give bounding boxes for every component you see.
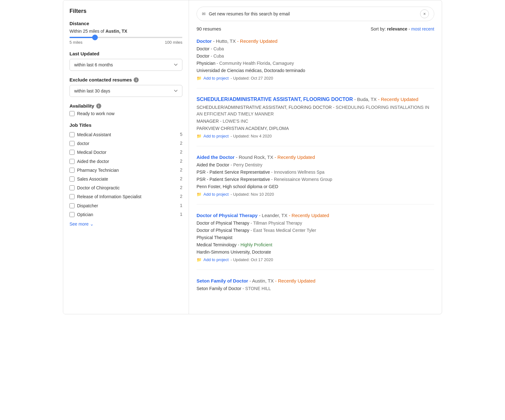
job-title-count: 2 xyxy=(180,176,182,181)
resume-detail-row: PSR - Patient Service Representative - I… xyxy=(197,169,434,176)
resume-title-link[interactable]: SCHEDULER/ADMINISTRATIVE ASSISTANT, FLOO… xyxy=(197,97,353,102)
job-titles-list: Medical Assistant 5 doctor 2 Medical Doc… xyxy=(69,130,182,219)
resume-detail-row: Universidad de Ciencias médicas, Doctora… xyxy=(197,67,434,74)
resume-company: - Community Health Florida, Camaguey xyxy=(217,61,294,66)
resume-role: Physical Therapist xyxy=(197,235,232,240)
add-to-project-link[interactable]: Add to project xyxy=(203,134,229,138)
email-banner: ✉ Get new resumes for this search by ema… xyxy=(197,7,434,21)
main-content: ✉ Get new resumes for this search by ema… xyxy=(189,0,442,314)
resume-role: PSR - Patient Service Representative xyxy=(197,177,270,182)
distance-text: Within 25 miles of Austin, TX xyxy=(69,29,182,34)
ready-to-work-checkbox-label[interactable]: Ready to work now xyxy=(69,111,182,116)
resume-role: Medical Terminology xyxy=(197,242,236,247)
job-title-item: Aided the doctor 2 xyxy=(69,157,182,166)
availability-label: Availability i xyxy=(69,103,182,109)
resume-detail-row: PARKVIEW CHRISTIAN ACADEMY, DIPLOMA xyxy=(197,125,434,132)
job-title-count: 1 xyxy=(180,203,182,208)
slider-labels: 5 miles 100 miles xyxy=(69,40,182,45)
job-title-item: Pharmacy Technician 2 xyxy=(69,166,182,175)
resume-role: Physician xyxy=(197,61,215,66)
last-updated-filter: Last Updated within last 6 months within… xyxy=(69,51,182,71)
add-to-project-link[interactable]: Add to project xyxy=(203,257,229,262)
resume-company: - Innovations Wellness Spa xyxy=(271,170,324,175)
add-to-project-line: 📁Add to project - Updated: Nov 10 2020 xyxy=(197,192,434,197)
slider-track xyxy=(69,37,182,38)
resume-role: Doctor of Physical Therapy xyxy=(197,221,249,226)
ready-to-work-checkbox[interactable] xyxy=(69,111,75,116)
resume-title-link[interactable]: Doctor of Physical Therapy xyxy=(197,213,258,218)
resume-card: Aided the Doctor - Round Rock, TX - Rece… xyxy=(197,154,434,204)
job-title-checkbox-7[interactable] xyxy=(69,194,75,199)
add-to-project-link[interactable]: Add to project xyxy=(203,76,229,81)
sort-most-recent-link[interactable]: most recent xyxy=(411,26,434,31)
distance-label: Distance xyxy=(69,21,182,26)
slider-max-label: 100 miles xyxy=(165,40,182,45)
sidebar: Filters Distance Within 25 miles of Aust… xyxy=(63,0,189,314)
add-to-project-line: 📁Add to project - Updated: Oct 27 2020 xyxy=(197,76,434,81)
resume-title-link[interactable]: Aided the Doctor xyxy=(197,154,235,160)
job-title-text: Medical Assistant xyxy=(77,132,177,137)
resume-title-line: Doctor - Hutto, TX - Recently Updated xyxy=(197,38,434,44)
resume-detail-row: Physical Therapist xyxy=(197,234,434,241)
job-title-count: 2 xyxy=(180,194,182,199)
updated-text: - Updated: Nov 10 2020 xyxy=(230,192,274,197)
job-title-checkbox-8[interactable] xyxy=(69,203,75,208)
see-more-link[interactable]: See more ⌄ xyxy=(69,221,182,227)
job-title-text: Doctor of Chiropractic xyxy=(77,185,177,191)
add-to-project-line: 📁Add to project - Updated: Oct 17 2020 xyxy=(197,257,434,262)
exclude-contacted-label: Exclude contacted resumes i xyxy=(69,77,182,82)
job-title-checkbox-0[interactable] xyxy=(69,132,75,137)
job-title-checkbox-6[interactable] xyxy=(69,185,75,190)
exclude-contacted-select[interactable]: within last 30 days within last 6 months… xyxy=(69,85,182,97)
job-title-text: Medical Doctor xyxy=(77,149,177,155)
availability-info-icon: i xyxy=(96,104,101,109)
email-banner-left: ✉ Get new resumes for this search by ema… xyxy=(202,11,290,16)
resume-role: Universidad de Ciencias médicas, Doctora… xyxy=(197,68,305,73)
last-updated-select[interactable]: within last 6 months within last 30 days… xyxy=(69,59,182,71)
slider-thumb[interactable] xyxy=(92,35,98,40)
job-title-checkbox-2[interactable] xyxy=(69,150,75,155)
resume-role: Penn Foster, High school diploma or GED xyxy=(197,184,278,189)
job-title-checkbox-1[interactable] xyxy=(69,141,75,146)
resume-detail-row: Doctor - Cuba xyxy=(197,53,434,59)
job-title-text: Sales Associate xyxy=(77,176,177,182)
sort-options: Sort by: relevance - most recent xyxy=(371,26,434,31)
exclude-contacted-filter: Exclude contacted resumes i within last … xyxy=(69,77,182,97)
job-title-checkbox-4[interactable] xyxy=(69,168,75,173)
job-title-text: doctor xyxy=(77,141,177,146)
resume-role: Seton Family of Doctor xyxy=(197,286,241,291)
job-titles-label: Job Titles xyxy=(69,122,182,128)
resume-title-line: Aided the Doctor - Round Rock, TX - Rece… xyxy=(197,154,434,160)
job-title-count: 5 xyxy=(180,132,182,137)
resume-company: - Reneissaince Womens Group xyxy=(271,177,332,182)
resume-detail-row: SCHEDULER/ADMINISTRATIVE ASSISTANT, FLOO… xyxy=(197,104,434,117)
job-title-count: 2 xyxy=(180,167,182,172)
resume-title-link[interactable]: Seton Family of Doctor xyxy=(197,278,248,283)
resume-list: Doctor - Hutto, TX - Recently UpdatedDoc… xyxy=(197,38,434,300)
resume-company: - Perry Dentistry xyxy=(230,162,262,167)
job-title-item: Medical Assistant 5 xyxy=(69,130,182,139)
job-title-checkbox-9[interactable] xyxy=(69,212,75,217)
resume-detail-row: Medical Terminology - Highly Proficient xyxy=(197,242,434,248)
job-title-checkbox-5[interactable] xyxy=(69,176,75,182)
email-icon: ✉ xyxy=(202,11,206,16)
add-to-project-link[interactable]: Add to project xyxy=(203,192,229,197)
distance-slider-container xyxy=(69,37,182,38)
resume-detail-row: Doctor of Physical Therapy - East Texas … xyxy=(197,227,434,234)
add-to-project-line: 📁Add to project - Updated: Nov 4 2020 xyxy=(197,134,434,138)
resume-location: - Buda, TX xyxy=(354,97,376,102)
resume-title-line: Doctor of Physical Therapy - Leander, TX… xyxy=(197,212,434,219)
resume-role: Doctor xyxy=(197,46,209,51)
folder-icon: 📁 xyxy=(197,192,202,197)
job-title-text: Aided the doctor xyxy=(77,159,177,164)
last-updated-label: Last Updated xyxy=(69,51,182,56)
results-count: 90 resumes xyxy=(197,26,221,31)
job-title-count: 2 xyxy=(180,141,182,146)
resume-title-link[interactable]: Doctor xyxy=(197,38,212,44)
recently-updated-badge: - Recently Updated xyxy=(378,97,418,102)
resume-title-line: Seton Family of Doctor - Austin, TX - Re… xyxy=(197,277,434,284)
job-title-checkbox-3[interactable] xyxy=(69,159,75,164)
availability-filter: Availability i Ready to work now xyxy=(69,103,182,116)
resume-card: Seton Family of Doctor - Austin, TX - Re… xyxy=(197,277,434,300)
email-banner-close-button[interactable]: × xyxy=(420,9,429,18)
